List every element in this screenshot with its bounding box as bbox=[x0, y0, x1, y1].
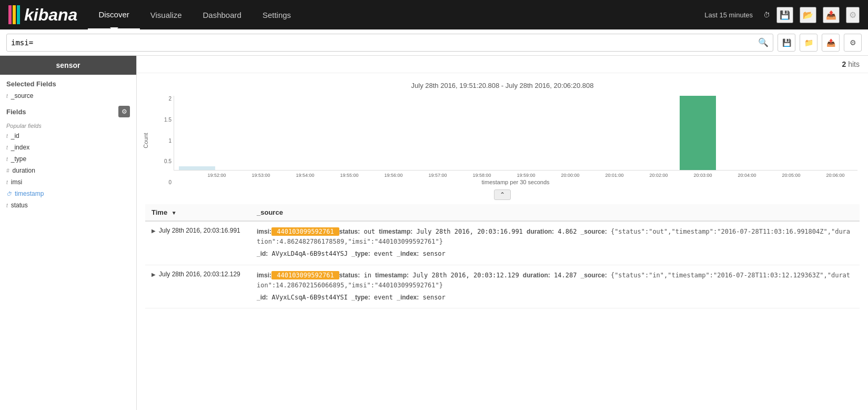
table-head: Time ▼ _source bbox=[145, 204, 860, 221]
field-type-clock-timestamp: ⏱ bbox=[6, 191, 12, 197]
x-label-1: 19:53:00 bbox=[239, 173, 283, 178]
field-name-span: imsi: bbox=[257, 272, 271, 279]
field-name-span: _type: bbox=[351, 250, 370, 257]
share-search-button[interactable]: 📤 bbox=[822, 34, 840, 52]
load-search-button[interactable]: 📁 bbox=[800, 34, 817, 52]
main-layout: sensor Selected Fields t _source Fields … bbox=[0, 56, 868, 410]
nav-discover[interactable]: Discover bbox=[88, 0, 139, 29]
field-type-icon-source: t bbox=[6, 93, 8, 99]
col-time-header[interactable]: Time ▼ bbox=[145, 204, 250, 221]
search-input[interactable] bbox=[11, 38, 758, 47]
field-imsi-label: imsi bbox=[11, 178, 22, 186]
field-name-span: _id: bbox=[257, 294, 268, 301]
table-row: ▶July 28th 2016, 20:03:12.129imsi: 44010… bbox=[145, 265, 860, 308]
chart-bar-col-11[interactable] bbox=[675, 96, 721, 170]
chart-bar-col-13[interactable] bbox=[766, 96, 812, 170]
chart-bar-col-14[interactable] bbox=[812, 96, 857, 170]
field-index[interactable]: t _index bbox=[0, 142, 136, 153]
x-label-13: 20:05:00 bbox=[769, 173, 813, 178]
field-imsi[interactable]: t imsi bbox=[0, 176, 136, 188]
x-label-9: 20:01:00 bbox=[592, 173, 637, 178]
field-name-span: timestamp: bbox=[379, 228, 412, 235]
field-index-label: _index bbox=[11, 144, 29, 151]
x-label-0: 19:52:00 bbox=[195, 173, 239, 178]
nav-right: Last 15 minutes ⏱ 💾 📂 📤 ⚙ bbox=[704, 7, 860, 23]
chart-collapse-button[interactable]: ⌃ bbox=[147, 185, 857, 204]
field-name-span: imsi: bbox=[257, 228, 271, 235]
chart-bar-col-10[interactable] bbox=[630, 96, 675, 170]
result-source-cell-1: imsi: 440103099592761 status: in timesta… bbox=[250, 265, 860, 308]
chart-bars bbox=[174, 96, 857, 171]
y-tick-1: 1 bbox=[168, 138, 171, 144]
field-value-mono: sensor bbox=[419, 250, 446, 257]
share-button[interactable]: 📤 bbox=[823, 7, 840, 23]
chart-bar-col-9[interactable] bbox=[584, 96, 630, 170]
chart-bar-col-4[interactable] bbox=[356, 96, 402, 170]
field-name-span: duration: bbox=[523, 272, 550, 279]
y-axis-ticks: 2 1.5 1 0.5 0 bbox=[164, 96, 174, 185]
field-value-mono: in bbox=[360, 272, 375, 279]
field-type-t-type: t bbox=[6, 156, 8, 162]
field-value-mono: sensor bbox=[419, 294, 446, 301]
x-label-6: 19:58:00 bbox=[460, 173, 504, 178]
field-id-label: _id bbox=[11, 132, 19, 139]
result-source-line1-0: imsi: 440103099592761 status: out timest… bbox=[257, 227, 853, 247]
time-label: Last 15 minutes bbox=[704, 11, 753, 19]
chart-bar-col-1[interactable] bbox=[220, 96, 266, 170]
field-value-mono: July 28th 2016, 20:03:12.129 bbox=[409, 272, 523, 279]
field-name-span: _index: bbox=[397, 294, 419, 301]
field-duration[interactable]: # duration bbox=[0, 165, 136, 176]
nav-settings[interactable]: Settings bbox=[252, 0, 301, 29]
kibana-logo: kibana bbox=[8, 5, 77, 25]
row-expander-0[interactable]: ▶ bbox=[152, 228, 156, 234]
field-type-label: _type bbox=[11, 155, 26, 163]
field-type-hash-duration: # bbox=[6, 168, 9, 174]
chart-bar-col-2[interactable] bbox=[265, 96, 311, 170]
result-time-1: July 28th 2016, 20:03:12.129 bbox=[159, 271, 240, 278]
nav-visualize[interactable]: Visualize bbox=[140, 0, 193, 29]
field-name-span: timestamp: bbox=[375, 272, 409, 279]
field-source[interactable]: t _source bbox=[0, 90, 136, 102]
field-id[interactable]: t _id bbox=[0, 130, 136, 142]
chart-bar-col-8[interactable] bbox=[539, 96, 584, 170]
x-label-14: 20:06:00 bbox=[813, 173, 857, 178]
field-value-mono: 14.287 bbox=[550, 272, 581, 279]
settings-search-button[interactable]: ⚙ bbox=[844, 34, 862, 52]
field-timestamp[interactable]: ⏱ timestamp bbox=[0, 188, 136, 199]
sidebar-index-name: sensor bbox=[0, 56, 136, 75]
x-label-8: 20:00:00 bbox=[548, 173, 592, 178]
nav-dashboard[interactable]: Dashboard bbox=[193, 0, 252, 29]
chart-bar-col-6[interactable] bbox=[448, 96, 493, 170]
row-expander-1[interactable]: ▶ bbox=[152, 272, 156, 277]
field-name-span: _index: bbox=[397, 250, 419, 257]
settings-button[interactable]: ⚙ bbox=[846, 7, 860, 23]
chart-bar-col-7[interactable] bbox=[493, 96, 539, 170]
save-query-button[interactable]: 💾 bbox=[776, 7, 793, 23]
field-type[interactable]: t _type bbox=[0, 153, 136, 165]
x-label-2: 19:54:00 bbox=[283, 173, 327, 178]
content-area: 2 hits July 28th 2016, 19:51:20.808 - Ju… bbox=[137, 56, 868, 410]
search-bar: 🔍 💾 📁 📤 ⚙ bbox=[0, 29, 868, 56]
chart-bar-col-0[interactable] bbox=[174, 96, 220, 170]
y-tick-0: 0 bbox=[168, 179, 171, 185]
chart-bar-col-12[interactable] bbox=[721, 96, 766, 170]
field-value-mono: AVyxLD4qA-6B9st44YSJ bbox=[268, 250, 351, 257]
load-query-button[interactable]: 📂 bbox=[800, 7, 816, 23]
result-time-0: July 28th 2016, 20:03:16.991 bbox=[159, 227, 240, 234]
fields-header: Fields ⚙ bbox=[0, 102, 136, 119]
selected-fields-title: Selected Fields bbox=[0, 75, 136, 90]
field-status[interactable]: t status bbox=[0, 199, 136, 211]
sort-arrow-icon: ▼ bbox=[171, 210, 177, 216]
search-button[interactable]: 🔍 bbox=[758, 37, 769, 47]
nav-items: Discover Visualize Dashboard Settings bbox=[88, 0, 704, 29]
chart-bar-col-5[interactable] bbox=[402, 96, 448, 170]
field-value-mono: 4.862 bbox=[554, 228, 581, 235]
fields-gear-button[interactable]: ⚙ bbox=[118, 106, 130, 117]
field-status-label: status bbox=[11, 202, 28, 209]
results-area: Time ▼ _source ▶July 28th 2016, 20:03:16… bbox=[137, 204, 868, 317]
chart-bar-col-3[interactable] bbox=[311, 96, 357, 170]
hits-count: 2 bbox=[842, 60, 846, 68]
save-search-button[interactable]: 💾 bbox=[778, 34, 795, 52]
chart-area: July 28th 2016, 19:51:20.808 - July 28th… bbox=[137, 73, 868, 204]
field-name-span: duration: bbox=[527, 228, 554, 235]
